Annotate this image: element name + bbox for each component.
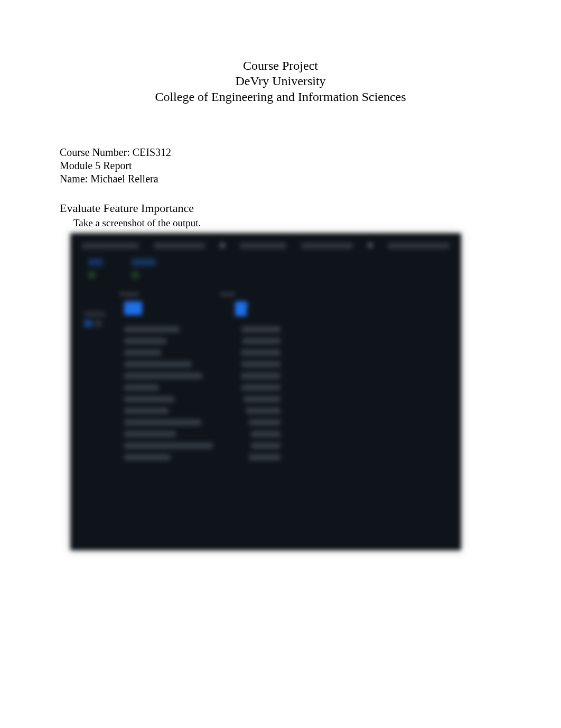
screenshot-badges — [82, 259, 450, 279]
table-row — [82, 451, 450, 463]
table-row — [82, 382, 450, 393]
file-icon — [235, 301, 247, 316]
output-screenshot: Feature Score — [70, 233, 461, 550]
sidebar-bits — [84, 311, 105, 327]
table-row — [82, 393, 450, 405]
feature-table — [82, 324, 450, 463]
table-row — [82, 324, 450, 335]
table-headers: Feature Score — [82, 290, 450, 298]
meta-block: Course Number: CEIS312 Module 5 Report N… — [60, 146, 501, 186]
icon-row — [82, 301, 450, 316]
table-row — [82, 428, 450, 440]
header-score: Score — [220, 290, 268, 298]
table-row — [82, 347, 450, 358]
table-row — [82, 417, 450, 428]
module-report: Module 5 Report — [60, 159, 501, 172]
table-row — [82, 358, 450, 370]
document-header: Course Project DeVry University College … — [60, 58, 501, 105]
table-row — [82, 335, 450, 347]
course-number: Course Number: CEIS312 — [60, 146, 501, 159]
university: DeVry University — [60, 73, 501, 89]
instruction-text: Take a screenshot of the output. — [60, 217, 501, 229]
table-row — [82, 440, 450, 451]
screenshot-tabs — [82, 243, 450, 249]
table-row — [82, 370, 450, 382]
folder-icon — [124, 301, 142, 315]
table-row — [82, 405, 450, 417]
college: College of Engineering and Information S… — [60, 89, 501, 105]
title: Course Project — [60, 58, 501, 73]
header-feature: Feature — [120, 290, 220, 298]
section-title: Evaluate Feature Importance — [60, 201, 501, 215]
student-name: Name: Michael Rellera — [60, 172, 501, 186]
